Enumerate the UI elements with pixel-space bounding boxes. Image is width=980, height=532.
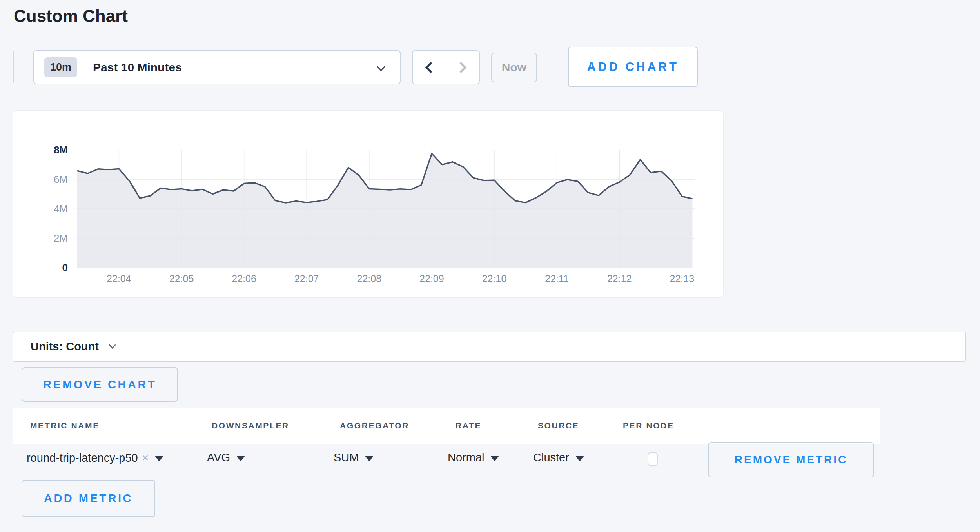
caret-down-icon — [155, 456, 163, 461]
metrics-table-header: METRIC NAME DOWNSAMPLER AGGREGATOR RATE … — [13, 408, 880, 444]
remove-metric-label: REMOVE METRIC — [735, 454, 848, 466]
x-axis-tick-label: 22:11 — [545, 273, 569, 284]
prev-time-button[interactable] — [413, 51, 446, 84]
clear-metric-icon[interactable]: × — [142, 451, 149, 465]
y-axis-tick-label: 8M — [54, 144, 68, 156]
column-header-downsampler: DOWNSAMPLER — [212, 421, 289, 430]
y-axis-tick-label: 2M — [54, 232, 68, 244]
aggregator-dropdown[interactable]: SUM — [334, 451, 374, 464]
metric-name-dropdown[interactable]: round-trip-latency-p50 × — [27, 451, 163, 465]
column-header-source: SOURCE — [538, 421, 579, 430]
x-axis-tick-label: 22:04 — [107, 273, 131, 284]
chevron-left-icon — [425, 62, 436, 73]
x-axis-tick-label: 22:05 — [169, 273, 194, 284]
rate-value: Normal — [448, 451, 484, 464]
toolbar-divider — [13, 51, 14, 83]
y-axis-tick-label: 0 — [62, 262, 68, 273]
caret-down-icon — [490, 456, 499, 461]
x-axis-tick-label: 22:09 — [419, 273, 444, 284]
caret-down-icon — [365, 456, 374, 461]
time-pager — [412, 50, 480, 84]
chart-card: 22:0422:0522:0622:0722:0822:0922:1022:11… — [13, 110, 724, 298]
downsampler-dropdown[interactable]: AVG — [207, 451, 245, 464]
next-time-button[interactable] — [446, 51, 479, 84]
column-header-metric-name: METRIC NAME — [30, 421, 100, 430]
add-metric-label: ADD METRIC — [44, 492, 133, 505]
column-header-aggregator: AGGREGATOR — [340, 421, 409, 430]
chart-area-fill — [77, 153, 692, 268]
metric-name-value: round-trip-latency-p50 — [27, 452, 138, 465]
timeseries-chart-svg: 22:0422:0522:0622:0722:0822:0922:1022:11… — [13, 111, 724, 298]
units-dropdown[interactable]: Units: Count — [13, 332, 966, 362]
aggregator-value: SUM — [334, 451, 359, 464]
chevron-right-icon — [456, 62, 466, 73]
remove-chart-button[interactable]: REMOVE CHART — [22, 367, 178, 402]
units-dropdown-label: Units: Count — [31, 340, 99, 353]
now-button[interactable]: Now — [491, 53, 537, 82]
x-axis-tick-label: 22:06 — [232, 273, 256, 284]
x-axis-tick-label: 22:13 — [670, 273, 695, 284]
caret-down-icon — [575, 456, 584, 461]
time-window-badge: 10m — [44, 57, 77, 77]
add-chart-button[interactable]: ADD CHART — [568, 47, 698, 87]
x-axis-tick-label: 22:08 — [357, 273, 382, 284]
x-axis-tick-label: 22:07 — [294, 273, 319, 284]
time-window-dropdown[interactable]: 10m Past 10 Minutes — [33, 50, 401, 84]
column-header-per-node: PER NODE — [623, 421, 674, 430]
source-value: Cluster — [533, 451, 569, 464]
y-axis-tick-label: 4M — [54, 203, 68, 215]
rate-dropdown[interactable]: Normal — [448, 451, 499, 464]
remove-metric-button[interactable]: REMOVE METRIC — [708, 442, 874, 477]
per-node-checkbox[interactable] — [648, 452, 658, 466]
custom-chart-page: Custom Chart 10m Past 10 Minutes Now ADD… — [0, 0, 980, 532]
x-axis-tick-label: 22:10 — [482, 273, 507, 284]
add-metric-button[interactable]: ADD METRIC — [22, 480, 155, 517]
chevron-down-icon — [109, 341, 116, 348]
add-chart-label: ADD CHART — [587, 60, 679, 74]
caret-down-icon — [236, 456, 245, 461]
y-axis-tick-label: 6M — [54, 173, 68, 185]
downsampler-value: AVG — [207, 451, 230, 464]
column-header-rate: RATE — [456, 421, 481, 430]
chevron-down-icon — [377, 62, 386, 71]
remove-chart-label: REMOVE CHART — [43, 378, 156, 391]
page-title: Custom Chart — [14, 6, 128, 26]
now-button-label: Now — [502, 61, 526, 74]
time-window-label: Past 10 Minutes — [93, 61, 182, 74]
x-axis-tick-label: 22:12 — [607, 273, 632, 284]
source-dropdown[interactable]: Cluster — [533, 451, 584, 464]
